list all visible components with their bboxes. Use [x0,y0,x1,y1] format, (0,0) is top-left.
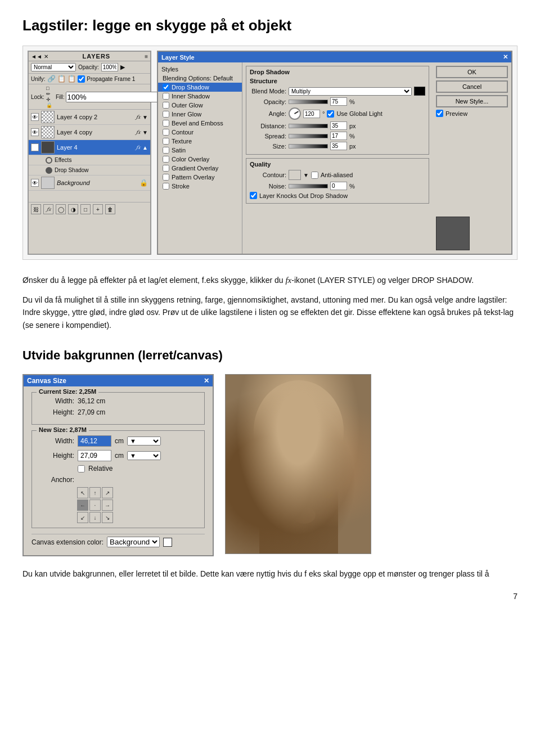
stroke-check[interactable] [163,183,169,190]
texture-check[interactable] [163,138,169,145]
close-icon[interactable]: ✕ [503,53,508,61]
new-group-btn[interactable]: □ [80,204,91,214]
anchor-cell-br[interactable]: ↘ [102,512,113,523]
canvas-close-icon[interactable]: ✕ [204,377,209,385]
ok-button[interactable]: OK [436,66,508,78]
anchor-cell-mc[interactable]: · [89,500,101,511]
new-height-unit-select[interactable]: ▼ [127,451,161,460]
color-overlay-check[interactable] [163,156,169,163]
satin-check[interactable] [163,147,169,154]
style-item-gradient-overlay[interactable]: Gradient Overlay [158,164,242,173]
distance-input[interactable] [330,122,347,130]
fill-row: Lock: □ ✏ ✛ 🔒 Fill: ▶ [29,84,150,110]
anchor-cell-tr[interactable]: ↗ [102,487,113,498]
preview-check[interactable] [436,110,443,117]
spread-slider[interactable] [289,134,328,138]
style-item-satin[interactable]: Satin [158,146,242,155]
noise-input[interactable] [330,182,347,190]
current-size-group: Current Size: 2,25M Width: 36,12 cm Heig… [32,392,205,425]
eye-icon[interactable]: 👁 [31,179,39,187]
noise-slider[interactable] [289,184,328,188]
new-style-button[interactable]: New Style... [436,95,508,107]
dialog-right: OK Cancel New Style... Preview [433,62,511,254]
eye-icon[interactable]: 👁 [31,128,39,136]
style-item-drop-shadow[interactable]: Drop Shadow [158,83,242,92]
propagate-checkbox[interactable] [78,75,85,83]
opacity-input[interactable] [330,97,347,106]
ext-color-swatch[interactable] [163,538,172,547]
anchor-cell-ml[interactable]: ← [77,500,88,511]
anti-aliased-check[interactable] [311,172,318,179]
opacity-input[interactable] [101,63,118,71]
layer-thumb [41,126,55,138]
style-item-color-overlay[interactable]: Color Overlay [158,155,242,164]
style-item-bevel-emboss[interactable]: Bevel and Emboss [158,119,242,128]
style-item-outer-glow[interactable]: Outer Glow [158,101,242,110]
relative-check[interactable] [78,465,85,472]
bottom-paragraph: Du kan utvide bakgrunnen, eller lerretet… [22,568,518,580]
new-height-input[interactable] [78,450,111,461]
gradient-overlay-check[interactable] [163,165,169,172]
contour-thumb[interactable] [289,170,301,180]
noise-unit: % [349,183,355,190]
eye-icon[interactable]: 👁 [31,143,39,151]
ext-color-select[interactable]: Background [107,537,160,547]
size-input[interactable] [330,142,347,150]
new-height-unit: cm [115,452,124,460]
new-layer-btn[interactable]: + [93,204,103,214]
layers-panel-title: LAYERS [83,53,111,60]
style-item-stroke[interactable]: Stroke [158,182,242,191]
fill-input[interactable] [66,92,163,102]
layer-item-layer4copy2[interactable]: 👁 Layer 4 copy 2 𝑓𝑥 ▼ [29,110,150,125]
pattern-overlay-check[interactable] [163,174,169,181]
layer-item-background[interactable]: 👁 Background 🔒 [29,176,150,191]
blend-mode-select[interactable]: Normal [31,63,76,71]
inner-shadow-check[interactable] [163,93,169,100]
bevel-emboss-check[interactable] [163,120,169,127]
layer-item-layer4[interactable]: 👁 Layer 4 𝑓𝑥 ▲ [29,140,150,155]
layer-item-layer4copy[interactable]: 👁 Layer 4 copy 𝑓𝑥 ▼ [29,125,150,140]
add-mask-btn[interactable]: ◯ [56,204,66,214]
angle-widget[interactable] [289,107,301,120]
anchor-cell-tc[interactable]: ↑ [89,487,101,498]
outer-glow-check[interactable] [163,102,169,109]
use-global-light-check[interactable] [327,110,334,118]
delete-layer-btn[interactable]: 🗑 [105,204,115,214]
size-slider[interactable] [289,144,328,148]
style-item-pattern-overlay[interactable]: Pattern Overlay [158,173,242,182]
layer-name: Layer 4 [57,144,134,151]
anchor-cell-tl[interactable]: ↖ [77,487,88,498]
page-title: Lagstiler: legge en skygge på et objekt [22,17,518,34]
inner-glow-check[interactable] [163,111,169,118]
fx-btn[interactable]: 𝑓𝑥 [43,204,53,214]
anchor-cell-bc[interactable]: ↓ [89,512,101,523]
new-width-input[interactable] [78,435,111,447]
angle-input[interactable] [303,110,320,118]
adjustment-btn[interactable]: ◑ [68,204,78,214]
style-item-blending[interactable]: Blending Options: Default [158,74,242,83]
new-width-unit-select[interactable]: ▼ [127,436,161,446]
style-item-texture[interactable]: Texture [158,137,242,146]
drop-shadow-check[interactable] [163,84,169,91]
layer-knocks-check[interactable] [250,192,257,199]
anchor-cell-mr[interactable]: → [102,500,113,511]
style-item-contour[interactable]: Contour [158,128,242,137]
cancel-button[interactable]: Cancel [436,80,508,93]
size-label: Size: [250,143,286,150]
drop-shadow-icon [46,167,52,174]
contour-check[interactable] [163,129,169,136]
spread-input[interactable] [330,132,347,140]
style-item-inner-glow[interactable]: Inner Glow [158,110,242,119]
drop-shadow-sub-item: Drop Shadow [29,165,150,176]
eye-icon[interactable]: 👁 [31,113,39,121]
anchor-cell-bl[interactable]: ↙ [77,512,88,523]
opacity-slider[interactable] [289,100,328,104]
layer-thumb [41,111,55,123]
distance-slider[interactable] [289,124,328,128]
color-swatch[interactable] [414,87,425,96]
layer-thumb [41,177,55,189]
canvas-dialog: Canvas Size ✕ Current Size: 2,25M Width:… [22,374,214,556]
link-layers-btn[interactable]: ⛓ [31,204,41,214]
blend-mode-select[interactable]: Multiply [289,87,412,96]
style-item-inner-shadow[interactable]: Inner Shadow [158,92,242,101]
